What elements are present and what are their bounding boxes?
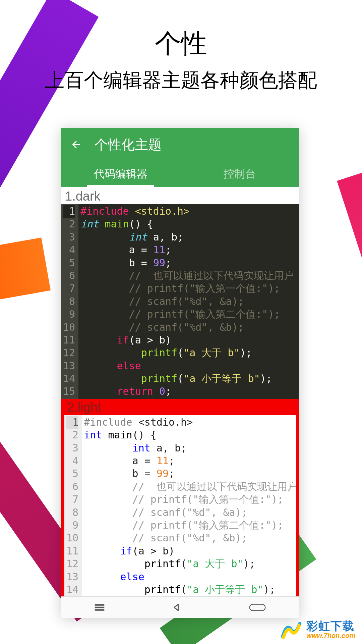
theme-item-light[interactable]: 2.light 123456789101112131415 #include <… [61, 399, 299, 596]
line-number: 13 [66, 571, 78, 583]
code-line: // 也可以通过以下代码实现让用户 [84, 480, 296, 493]
code-line: int a, b; [84, 442, 296, 454]
line-number: 12 [63, 346, 75, 359]
line-number: 14 [63, 372, 75, 385]
brand-name-cn: 彩虹下载 [306, 620, 355, 632]
code-line: // scanf("%d", &b); [80, 321, 294, 334]
brand-text: 彩虹下载 www.7hon.com [306, 620, 355, 639]
screen-title: 个性化主题 [95, 136, 162, 154]
code-line: // printf("输入第一个值:"); [80, 282, 294, 295]
theme-label-wrap: 2.light [64, 399, 296, 415]
code-line: printf("a 大于 b"); [80, 346, 294, 359]
code-line: b = 99; [84, 467, 296, 480]
nav-menu-icon[interactable] [94, 601, 106, 613]
phone-frame: 个性化主题 代码编辑器 控制台 1.dark 12345678910111213… [61, 128, 299, 618]
line-number: 5 [63, 257, 75, 269]
nav-home-icon[interactable] [248, 601, 267, 613]
svg-rect-0 [95, 604, 104, 605]
line-number: 7 [66, 493, 78, 506]
line-number: 6 [63, 269, 75, 282]
line-number: 9 [63, 308, 75, 321]
code-line: // scanf("%d", &b); [84, 532, 296, 544]
tab-code-editor[interactable]: 代码编辑器 [61, 161, 180, 187]
code-line: if(a > b) [80, 334, 294, 346]
line-gutter: 123456789101112131415 [61, 204, 78, 399]
line-number: 3 [66, 442, 78, 454]
app-header: 个性化主题 代码编辑器 控制台 [61, 128, 299, 187]
code-line: #include <stdio.h> [84, 416, 296, 429]
nav-back-icon[interactable] [171, 601, 183, 613]
line-number: 12 [66, 557, 78, 570]
code-line: int main() { [84, 429, 296, 441]
line-number: 2 [66, 429, 78, 441]
line-number: 11 [66, 545, 78, 557]
svg-rect-2 [95, 609, 104, 610]
code-line: printf("a 大于 b"); [84, 557, 296, 570]
code-line: else [84, 571, 296, 583]
code-line: printf("a 小于等于 b"); [80, 372, 294, 385]
line-number: 5 [66, 467, 78, 480]
decoration-bar-pink [337, 159, 362, 532]
code-line: // printf("输入第二个值:"); [84, 519, 296, 532]
code-line: b = 99; [80, 257, 294, 269]
line-number: 2 [63, 218, 75, 230]
code-editor-dark: 123456789101112131415 #include <stdio.h>… [61, 204, 299, 399]
code-line: // printf("输入第二个值:"); [80, 308, 294, 321]
code-line: // scanf("%d", &a); [84, 506, 296, 519]
code-area: #include <stdio.h>int main() { int a, b;… [82, 415, 296, 596]
code-line: return 0; [80, 385, 294, 398]
line-gutter: 123456789101112131415 [64, 415, 82, 596]
code-line: a = 11; [84, 454, 296, 467]
line-number: 6 [66, 480, 78, 493]
line-number: 14 [66, 583, 78, 596]
line-number: 4 [66, 454, 78, 467]
tab-console[interactable]: 控制台 [180, 161, 300, 187]
tab-bar: 代码编辑器 控制台 [61, 161, 299, 187]
code-line: // scanf("%d", &a); [80, 295, 294, 308]
svg-rect-3 [249, 604, 265, 610]
promo-subtitle: 上百个编辑器主题各种颜色搭配 [0, 67, 362, 94]
code-line: if(a > b) [84, 545, 296, 557]
line-number: 11 [63, 334, 75, 346]
code-line: int a, b; [80, 231, 294, 244]
watermark-brand: 彩虹下载 www.7hon.com [280, 618, 355, 641]
system-nav-bar [61, 596, 299, 618]
line-number: 4 [63, 244, 75, 256]
theme-list: 1.dark 123456789101112131415 #include <s… [61, 187, 299, 596]
line-number: 3 [63, 231, 75, 244]
line-number: 13 [63, 360, 75, 372]
code-line: // 也可以通过以下代码实现让用户 [80, 269, 294, 282]
theme-label: 2.light [67, 400, 293, 415]
line-number: 15 [63, 385, 75, 398]
code-area: #include <stdio.h>int main() { int a, b;… [78, 204, 294, 399]
code-line: #include <stdio.h> [80, 205, 294, 218]
tab-label: 代码编辑器 [94, 167, 147, 181]
tab-label: 控制台 [224, 167, 256, 181]
code-line: a = 11; [80, 244, 294, 256]
theme-item-dark[interactable]: 1.dark 123456789101112131415 #include <s… [61, 187, 299, 399]
back-icon[interactable] [70, 139, 82, 150]
code-line: printf("a 小于等于 b"); [84, 583, 296, 596]
line-number: 8 [66, 506, 78, 519]
code-line: // printf("输入第一个值:"); [84, 493, 296, 506]
brand-logo-icon [280, 618, 303, 641]
line-number: 9 [66, 519, 78, 532]
line-number: 10 [63, 321, 75, 334]
code-line: else [80, 360, 294, 372]
line-number: 7 [63, 282, 75, 295]
line-number: 10 [66, 532, 78, 544]
line-number: 1 [66, 416, 78, 429]
promo-title: 个性 [0, 26, 362, 61]
code-editor-light: 123456789101112131415 #include <stdio.h>… [64, 415, 296, 596]
svg-rect-1 [95, 607, 104, 608]
theme-label: 1.dark [61, 187, 299, 204]
line-number: 1 [63, 205, 75, 218]
code-line: int main() { [80, 218, 294, 230]
decoration-bar-orange [0, 237, 51, 313]
line-number: 8 [63, 295, 75, 308]
app-titlebar: 个性化主题 [61, 128, 299, 161]
brand-name-en: www.7hon.com [306, 632, 355, 639]
